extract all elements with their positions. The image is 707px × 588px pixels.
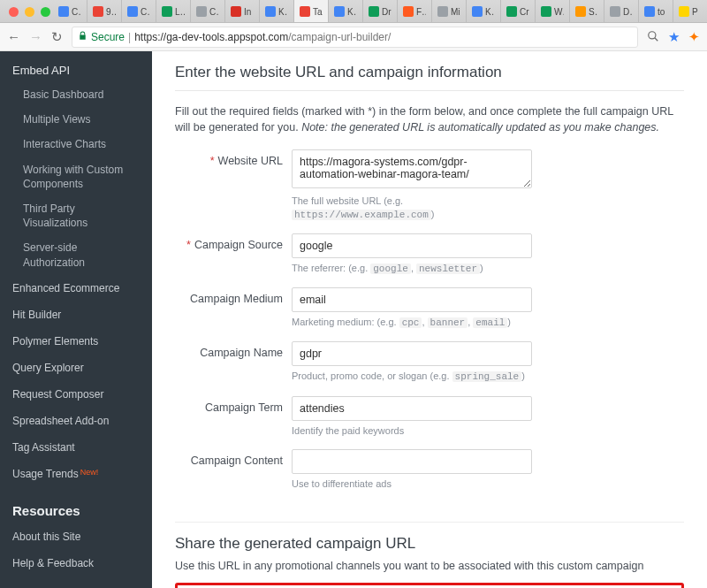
campaign-content-input[interactable]	[292, 449, 532, 474]
favicon	[334, 6, 345, 17]
browser-tab[interactable]: Ta	[294, 0, 329, 23]
sidebar-item[interactable]: About this Site	[0, 523, 152, 550]
favicon	[541, 6, 551, 17]
reload-button[interactable]: ↻	[51, 30, 63, 43]
search-page-icon[interactable]	[647, 30, 659, 44]
browser-tab[interactable]: Dr	[363, 0, 398, 23]
sidebar-item[interactable]: Usage TrendsNew!	[0, 461, 152, 487]
browser-tab[interactable]: Ka	[260, 0, 294, 23]
address-bar[interactable]: Secure | https://ga-dev-tools.appspot.co…	[72, 27, 638, 48]
new-badge: New!	[80, 468, 99, 477]
form-heading: Enter the website URL and campaign infor…	[175, 64, 684, 91]
row-campaign-source: *Campaign Source The referrer: (e.g. goo…	[175, 233, 684, 275]
sidebar-item[interactable]: Tag Assistant	[0, 434, 152, 461]
svg-line-1	[655, 37, 658, 41]
browser-tab[interactable]: Wr	[536, 0, 570, 23]
browser-tab[interactable]: Cp	[53, 0, 87, 23]
minimize-window-button[interactable]	[25, 7, 34, 17]
browser-tab[interactable]: In	[225, 0, 260, 23]
browser-tabstrip: Cp9 cCpLSCoInKaTaKaDrFoMiKaCrWrSEDotoP	[0, 0, 707, 23]
campaign-term-input[interactable]	[292, 396, 532, 421]
sidebar-item[interactable]: Server-side Authorization	[0, 235, 152, 274]
browser-tab[interactable]: Co	[191, 0, 225, 23]
sidebar-item[interactable]: Request Composer	[0, 381, 152, 408]
share-heading: Share the generated campaign URL	[175, 535, 684, 553]
favicon	[472, 6, 483, 17]
favicon	[506, 6, 517, 17]
browser-tab[interactable]: Mi	[432, 0, 467, 23]
favicon	[127, 6, 138, 17]
sidebar-item[interactable]: Polymer Elements	[0, 328, 152, 355]
favicon	[93, 6, 103, 17]
row-campaign-term: Campaign Term Identify the paid keywords	[175, 396, 684, 437]
favicon	[265, 6, 276, 17]
sidebar: Embed API Basic DashboardMultiple ViewsI…	[0, 51, 152, 588]
browser-tab[interactable]: Cp	[122, 0, 156, 23]
browser-tab[interactable]: to	[639, 0, 673, 23]
forward-button[interactable]: →	[29, 30, 42, 43]
browser-tab[interactable]: Do	[604, 0, 639, 23]
favicon	[644, 6, 655, 17]
browser-tab[interactable]: SE	[570, 0, 604, 23]
sidebar-item[interactable]: Enhanced Ecommerce	[0, 275, 152, 302]
sidebar-item[interactable]: Multiple Views	[0, 107, 152, 132]
row-campaign-name: Campaign Name Product, promo code, or sl…	[175, 341, 684, 383]
website-url-input[interactable]: https://magora-systems.com/gdpr-automati…	[292, 149, 532, 188]
browser-tab[interactable]: LS	[156, 0, 191, 23]
sidebar-section-resources: Resources	[0, 487, 152, 523]
browser-tab[interactable]: Fo	[398, 0, 432, 23]
favicon	[437, 6, 448, 17]
sidebar-item[interactable]: Spreadsheet Add-on	[0, 408, 152, 434]
favicon	[575, 6, 586, 17]
browser-tab[interactable]: 9 c	[87, 0, 122, 23]
campaign-source-input[interactable]	[292, 233, 532, 258]
website-url-hint: The full website URL (e.g. https://www.e…	[292, 195, 532, 221]
main-content: Enter the website URL and campaign infor…	[152, 51, 707, 588]
sidebar-section-embed[interactable]: Embed API	[0, 58, 152, 82]
browser-tab[interactable]: Ka	[329, 0, 363, 23]
browser-tab[interactable]: P	[673, 0, 707, 23]
favicon	[403, 6, 414, 17]
favicon	[679, 6, 689, 17]
back-button[interactable]: ←	[7, 30, 20, 43]
bookmark-star-icon[interactable]: ★	[668, 30, 680, 43]
browser-toolbar: ← → ↻ Secure | https://ga-dev-tools.apps…	[0, 23, 707, 51]
generated-url-highlight: https://magora-systems.com/gdpr-automati…	[175, 583, 684, 588]
browser-tab[interactable]: Ka	[467, 0, 501, 23]
row-website-url: *Website URL https://magora-systems.com/…	[175, 149, 684, 221]
svg-point-0	[649, 31, 656, 38]
extension-icon[interactable]: ✦	[688, 30, 700, 43]
sidebar-item[interactable]: Interactive Charts	[0, 132, 152, 157]
window-controls	[9, 7, 50, 17]
browser-tab[interactable]: Cr	[501, 0, 536, 23]
favicon	[300, 6, 310, 17]
favicon	[369, 6, 379, 17]
form-lead: Fill out the required fields (marked wit…	[175, 103, 684, 135]
share-subtext: Use this URL in any promotional channels…	[175, 560, 684, 572]
secure-label: Secure	[91, 31, 125, 43]
close-window-button[interactable]	[9, 7, 19, 17]
sidebar-item[interactable]: Help & Feedback	[0, 550, 152, 577]
sidebar-item[interactable]: Query Explorer	[0, 355, 152, 381]
row-campaign-medium: Campaign Medium Marketing medium: (e.g. …	[175, 287, 684, 329]
campaign-medium-input[interactable]	[292, 287, 532, 312]
maximize-window-button[interactable]	[41, 7, 50, 17]
sidebar-item[interactable]: Hit Builder	[0, 302, 152, 328]
campaign-name-input[interactable]	[292, 341, 532, 366]
favicon	[196, 6, 207, 17]
lock-icon	[78, 31, 87, 42]
favicon	[162, 6, 172, 17]
favicon	[610, 6, 620, 17]
favicon	[58, 6, 69, 17]
sidebar-item[interactable]: Basic Dashboard	[0, 82, 152, 107]
sidebar-item[interactable]: Third Party Visualizations	[0, 196, 152, 235]
sidebar-item[interactable]: Working with Custom Components	[0, 157, 152, 196]
row-campaign-content: Campaign Content Use to differentiate ad…	[175, 449, 684, 490]
favicon	[231, 6, 241, 17]
